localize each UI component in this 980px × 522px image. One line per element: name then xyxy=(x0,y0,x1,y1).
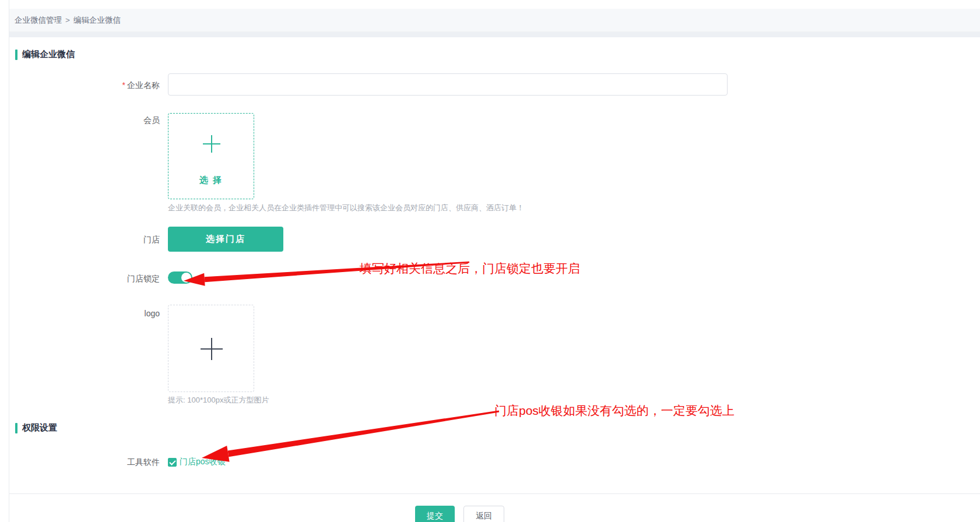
section-title-edit: 编辑企业微信 xyxy=(22,49,75,60)
section-header-permission: 权限设置 xyxy=(15,422,57,433)
store-lock-label: 门店锁定 xyxy=(33,274,160,284)
member-upload-box[interactable]: 选 择 xyxy=(168,113,254,199)
breadcrumb-item-current: 编辑企业微信 xyxy=(73,16,121,24)
plus-icon xyxy=(203,135,220,153)
breadcrumb-bar: 企业微信管理>编辑企业微信 xyxy=(9,9,980,32)
submit-button[interactable]: 提交 xyxy=(415,506,455,522)
member-help-text: 企业关联的会员，企业相关人员在企业类插件管理中可以搜索该企业会员对应的门店、供应… xyxy=(168,203,524,213)
required-asterisk: * xyxy=(122,80,125,90)
section-header-edit: 编辑企业微信 xyxy=(15,49,75,60)
section-title-permission: 权限设置 xyxy=(22,422,57,433)
breadcrumb-separator: > xyxy=(65,16,70,24)
store-label: 门店 xyxy=(33,235,160,245)
logo-upload-box[interactable] xyxy=(168,305,254,392)
store-lock-annotation-text: 填写好相关信息之后，门店锁定也要开启 xyxy=(360,260,580,277)
pos-annotation-text: 门店pos收银如果没有勾选的，一定要勾选上 xyxy=(494,403,735,419)
checkbox-checked-icon[interactable] xyxy=(168,458,177,467)
member-select-text: 选 择 xyxy=(168,175,254,186)
breadcrumb: 企业微信管理>编辑企业微信 xyxy=(15,9,121,32)
company-name-input[interactable] xyxy=(168,73,728,96)
member-label: 会员 xyxy=(33,115,160,126)
pos-checkbox-label: 门店pos收银 xyxy=(180,457,226,467)
pos-checkbox-row[interactable]: 门店pos收银 xyxy=(168,457,226,467)
logo-hint-text: 提示: 100*100px或正方型图片 xyxy=(168,395,269,405)
plus-icon xyxy=(201,338,223,360)
top-strip xyxy=(0,0,980,9)
toggle-knob-icon xyxy=(181,273,191,283)
tools-label: 工具软件 xyxy=(33,457,160,468)
company-name-label: *企业名称 xyxy=(33,80,160,91)
collapsed-sidebar-strip xyxy=(0,0,9,522)
select-store-button[interactable]: 选择门店 xyxy=(168,227,283,252)
section-marker xyxy=(15,50,17,60)
breadcrumb-item-parent[interactable]: 企业微信管理 xyxy=(15,16,62,24)
footer-bar: 提交 返回 xyxy=(9,493,980,522)
logo-label: logo xyxy=(33,309,160,318)
back-button[interactable]: 返回 xyxy=(463,506,504,522)
page: 企业微信管理>编辑企业微信 编辑企业微信 *企业名称 会员 选 择 企业关联的会… xyxy=(0,0,980,522)
section-marker xyxy=(15,423,17,433)
store-lock-toggle[interactable] xyxy=(168,271,192,284)
